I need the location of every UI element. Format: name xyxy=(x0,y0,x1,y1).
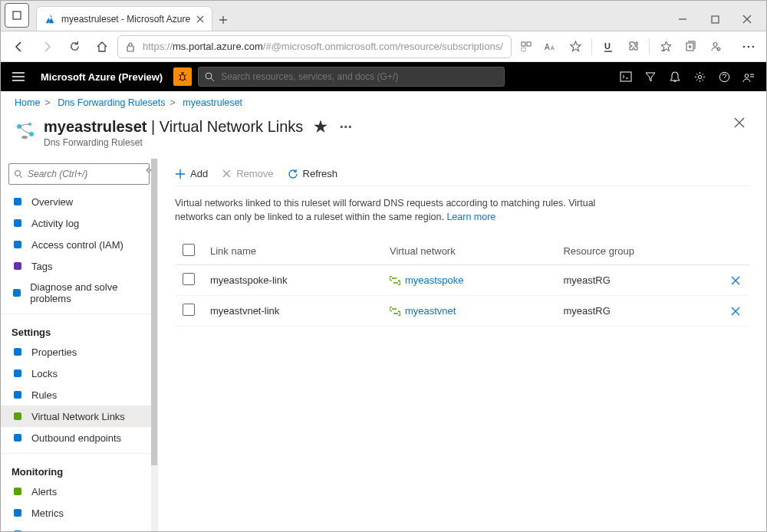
blade-subtitle: Dns Forwarding Ruleset xyxy=(44,137,352,148)
sidebar-item-overview[interactable]: Overview xyxy=(1,191,157,212)
select-all-checkbox[interactable] xyxy=(183,244,195,256)
sidebar-item-metrics[interactable]: Metrics xyxy=(1,502,157,524)
new-tab-button[interactable] xyxy=(212,9,234,31)
cloud-shell-button[interactable] xyxy=(614,65,637,88)
more-menu-button[interactable] xyxy=(737,34,760,59)
crumb-parent[interactable]: Dns Forwarding Rulesets xyxy=(58,97,165,108)
svg-rect-34 xyxy=(14,434,21,442)
back-button[interactable] xyxy=(7,34,31,59)
sidebar-scrollbar[interactable] xyxy=(151,159,157,532)
portal-top-icons xyxy=(614,65,760,88)
learn-more-link[interactable]: Learn more xyxy=(446,212,495,222)
delete-row-button[interactable] xyxy=(731,307,742,316)
forward-button[interactable] xyxy=(35,34,59,59)
sidebar-search[interactable] xyxy=(8,163,150,185)
feedback-button[interactable] xyxy=(737,65,760,88)
tab-close-icon[interactable] xyxy=(196,15,204,23)
rules-icon xyxy=(12,389,24,401)
svg-rect-17 xyxy=(621,72,631,81)
browser-tab[interactable]: myeastruleset - Microsoft Azure xyxy=(36,6,212,31)
underline-icon[interactable]: U xyxy=(597,34,620,59)
col-link-name[interactable]: Link name xyxy=(202,238,382,265)
favorites-bar-icon[interactable] xyxy=(654,34,677,59)
vnet-link[interactable]: myeastspoke xyxy=(390,274,548,286)
extensions-icon[interactable] xyxy=(621,34,644,59)
notifications-button[interactable] xyxy=(663,65,686,88)
logs-icon xyxy=(12,528,24,532)
sidebar-item-properties[interactable]: Properties xyxy=(1,341,157,363)
sidebar-item-access-control-iam-[interactable]: Access control (IAM) xyxy=(1,234,157,255)
svg-rect-27 xyxy=(14,241,21,248)
cell-rg: myeastRG xyxy=(555,265,723,296)
collections-icon[interactable] xyxy=(679,34,702,59)
sidebar-item-label: Locks xyxy=(31,368,58,379)
col-vnet[interactable]: Virtual network xyxy=(382,238,555,265)
remove-button[interactable]: Remove xyxy=(222,168,273,179)
tags-icon xyxy=(12,260,24,272)
sidebar-item-alerts[interactable]: Alerts xyxy=(1,481,157,502)
row-checkbox[interactable] xyxy=(183,304,195,316)
pin-star-icon[interactable]: ★ xyxy=(314,118,328,135)
close-blade-button[interactable] xyxy=(734,117,752,136)
blade-more-button[interactable]: ··· xyxy=(339,118,352,135)
col-rg[interactable]: Resource group xyxy=(555,238,723,265)
tab-actions-button[interactable] xyxy=(5,3,29,28)
delete-row-button[interactable] xyxy=(731,276,742,285)
lock-icon xyxy=(126,41,135,52)
divider xyxy=(649,38,650,55)
portal-search[interactable] xyxy=(198,67,505,87)
address-bar: https://ms.portal.azure.com/#@microsoft.… xyxy=(1,31,766,62)
table-row[interactable]: myeastvnet-linkmyeastvnetmyeastRG xyxy=(175,296,749,327)
sidebar-item-activity-log[interactable]: Activity log xyxy=(1,212,157,234)
portal-menu-button[interactable] xyxy=(7,65,30,88)
profile-icon[interactable] xyxy=(703,34,726,59)
maximize-button[interactable] xyxy=(699,8,731,31)
text-size-icon[interactable]: AA xyxy=(539,34,562,59)
row-checkbox[interactable] xyxy=(183,273,195,285)
portal-search-input[interactable] xyxy=(221,71,498,82)
refresh-button[interactable] xyxy=(62,34,87,59)
sidebar-search-input[interactable] xyxy=(28,169,144,179)
window-close-button[interactable] xyxy=(731,8,763,31)
vnet-icon xyxy=(390,276,400,285)
add-button[interactable]: Add xyxy=(175,168,208,179)
svg-point-10 xyxy=(713,43,717,47)
minimize-button[interactable] xyxy=(667,8,699,31)
sidebar-item-outbound-endpoints[interactable]: Outbound endpoints xyxy=(1,427,157,448)
sidebar-item-locks[interactable]: Locks xyxy=(1,363,157,384)
sidebar-item-virtual-network-links[interactable]: Virtual Network Links xyxy=(1,406,157,427)
sidebar-item-logs[interactable]: Logs xyxy=(1,524,157,532)
favorite-star-icon[interactable] xyxy=(564,34,587,59)
svg-point-20 xyxy=(745,74,749,77)
sidebar-item-diagnose-and-solve-problems[interactable]: Diagnose and solve problems xyxy=(1,277,157,309)
command-bar: Add Remove Refresh xyxy=(175,165,749,186)
url-text: https://ms.portal.azure.com/#@microsoft.… xyxy=(143,41,503,52)
blade-title: myeastruleset | Virtual Network Links ★ … xyxy=(44,117,352,136)
svg-text:A: A xyxy=(545,43,550,51)
cell-link-name: myeastvnet-link xyxy=(202,296,382,327)
svg-point-16 xyxy=(206,73,212,79)
svg-rect-5 xyxy=(522,48,525,51)
diagnose-icon xyxy=(12,287,22,299)
filter-button[interactable] xyxy=(639,65,662,88)
sidebar-item-tags[interactable]: Tags xyxy=(1,255,157,277)
home-button[interactable] xyxy=(90,34,114,59)
crumb-home[interactable]: Home xyxy=(15,97,40,108)
svg-text:A: A xyxy=(551,45,555,51)
svg-rect-29 xyxy=(13,289,21,297)
breakpoints-icon[interactable] xyxy=(515,34,538,59)
refresh-list-button[interactable]: Refresh xyxy=(288,168,338,179)
locks-icon xyxy=(12,367,24,379)
vnet-link[interactable]: myeastvnet xyxy=(390,305,548,317)
svg-point-13 xyxy=(748,45,750,48)
settings-button[interactable] xyxy=(688,65,711,88)
help-button[interactable] xyxy=(713,65,736,88)
url-field[interactable]: https://ms.portal.azure.com/#@microsoft.… xyxy=(117,35,512,58)
svg-rect-2 xyxy=(127,46,133,51)
table-row[interactable]: myeastspoke-linkmyeastspokemyeastRG xyxy=(175,265,749,296)
crumb-current[interactable]: myeastruleset xyxy=(183,97,242,108)
sidebar-item-rules[interactable]: Rules xyxy=(1,384,157,406)
ruleset-icon xyxy=(15,120,36,142)
preview-button[interactable] xyxy=(173,67,192,86)
sidebar-item-label: Properties xyxy=(31,346,77,358)
